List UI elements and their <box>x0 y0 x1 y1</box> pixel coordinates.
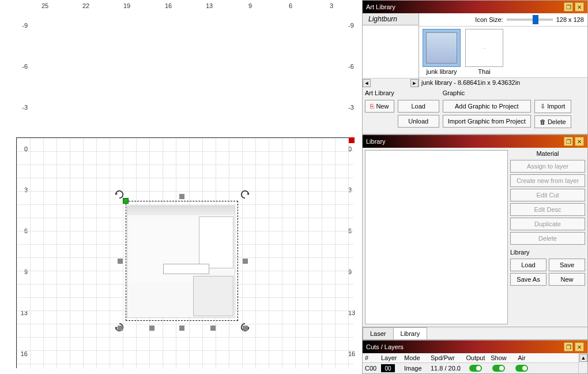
art-library-title: Art Library <box>366 3 562 10</box>
cuts-scrollbar[interactable]: ▲ <box>578 353 587 373</box>
duplicate-button[interactable]: Duplicate <box>510 218 585 230</box>
import-button[interactable]: ⇩ Import <box>534 100 571 113</box>
icon-size-slider[interactable] <box>507 18 553 21</box>
library-section-label: Library <box>510 249 585 256</box>
library-panel: Library ❐ ✕ Material Assign to layer Cre… <box>362 134 588 340</box>
art-library-header[interactable]: Art Library ❐ ✕ <box>363 1 587 13</box>
assign-to-layer-button[interactable]: Assign to layer <box>510 160 585 173</box>
ruler-top: 25221916139630 <box>16 0 357 12</box>
scale-handle-b1[interactable] <box>149 326 154 331</box>
import-graphic-from-project-button[interactable]: Import Graphic from Project <box>443 115 531 128</box>
load-library-button[interactable]: Load <box>510 259 546 271</box>
ruler-tick: 9 <box>248 2 252 9</box>
unload-library-button[interactable]: Unload <box>398 115 439 128</box>
ruler-tick: 16 <box>165 2 172 9</box>
art-library-status: junk library - 8.68641in x 9.43632in <box>419 77 587 87</box>
scale-handle-b2[interactable] <box>210 326 216 331</box>
origin-handle[interactable] <box>123 198 129 204</box>
close-icon[interactable]: ✕ <box>575 2 584 12</box>
saveas-library-button[interactable]: Save As <box>510 273 546 286</box>
art-thumb[interactable]: ～Thai <box>464 29 504 75</box>
new-library-button[interactable]: ⎘ New <box>365 100 394 113</box>
art-library-tree-label[interactable]: Lightburn <box>363 13 419 25</box>
save-library-button[interactable]: Save <box>549 259 585 271</box>
ruler-tick: 19 <box>123 2 130 9</box>
side-panels: Art Library ❐ ✕ Lightburn ◄ ► Icon Size: <box>362 0 588 374</box>
ruler-tick: 6 <box>289 2 292 9</box>
graphic-section-label: Graphic <box>443 89 531 96</box>
cuts-layers-header[interactable]: Cuts / Layers ❐ ✕ <box>363 341 587 353</box>
ruler-tick: -9 <box>14 22 28 29</box>
library-tree[interactable] <box>365 150 508 324</box>
tab-library[interactable]: Library <box>393 327 428 339</box>
undock-icon[interactable]: ❐ <box>564 137 573 146</box>
icon-size-label: Icon Size: <box>475 16 503 23</box>
ruler-tick: -9 <box>348 22 362 29</box>
show-toggle[interactable] <box>492 365 505 372</box>
art-library-thumbnails: junk library～Thai <box>419 27 587 77</box>
art-thumb-image <box>423 29 461 67</box>
art-thumb[interactable]: junk library <box>421 29 462 75</box>
delete-graphic-button[interactable]: 🗑 Delete <box>534 115 571 128</box>
scroll-left-icon[interactable]: ◄ <box>363 79 371 87</box>
ruler-tick: 3 <box>330 2 333 9</box>
art-thumb-label: junk library <box>426 68 457 75</box>
cut-spd-pwr: 11.8 / 20.0 <box>431 365 463 372</box>
undock-icon[interactable]: ❐ <box>564 342 573 351</box>
origin-marker <box>349 137 355 143</box>
close-icon[interactable]: ✕ <box>575 342 584 351</box>
ruler-tick: -3 <box>348 104 362 111</box>
cut-mode: Image <box>404 365 428 372</box>
scale-handle-left[interactable] <box>118 259 123 264</box>
undock-icon[interactable]: ❐ <box>564 2 573 12</box>
cut-index: C00 <box>365 365 379 372</box>
library-title: Library <box>366 138 562 145</box>
edit-desc-button[interactable]: Edit Desc <box>510 203 585 216</box>
ruler-tick: 22 <box>82 2 89 9</box>
load-library-button[interactable]: Load <box>398 100 439 113</box>
canvas-area[interactable]: 25221916139630 -9-6-303691316 -9-6-30369… <box>0 0 362 374</box>
art-library-tree[interactable]: Lightburn ◄ ► <box>363 13 419 87</box>
close-icon[interactable]: ✕ <box>575 137 584 146</box>
ruler-tick: 25 <box>42 2 48 9</box>
icon-size-value: 128 x 128 <box>556 16 584 23</box>
library-header[interactable]: Library ❐ ✕ <box>363 135 587 148</box>
new-library-button[interactable]: New <box>549 273 585 286</box>
cuts-layers-panel: Cuts / Layers ❐ ✕ # Layer Mode Spd/Pwr O… <box>362 340 588 374</box>
scale-handle-right[interactable] <box>243 259 248 264</box>
create-from-layer-button[interactable]: Create new from layer <box>510 174 585 187</box>
ruler-tick: 13 <box>206 2 213 9</box>
placed-graphic[interactable] <box>127 205 235 318</box>
air-toggle[interactable] <box>515 365 528 372</box>
ruler-tick: -6 <box>14 63 28 70</box>
delete-material-button[interactable]: Delete <box>510 232 585 245</box>
scale-handle-bl[interactable] <box>118 326 123 331</box>
edit-cut-button[interactable]: Edit Cut <box>510 189 585 201</box>
output-toggle[interactable] <box>469 365 482 372</box>
scale-handle-bottom[interactable] <box>179 326 184 331</box>
art-thumb-label: Thai <box>478 68 490 75</box>
ruler-tick: -3 <box>14 104 28 111</box>
art-thumb-image: ～ <box>465 29 503 67</box>
scroll-right-icon[interactable]: ► <box>410 79 419 87</box>
layer-swatch[interactable]: 00 <box>381 364 395 372</box>
ruler-left: -9-6-303691316 <box>0 12 16 374</box>
art-library-panel: Art Library ❐ ✕ Lightburn ◄ ► Icon Size: <box>362 0 588 134</box>
cuts-layers-title: Cuts / Layers <box>366 343 562 350</box>
cuts-table-header: # Layer Mode Spd/Pwr Output Show Air <box>363 353 578 363</box>
material-label: Material <box>510 150 585 157</box>
cuts-row[interactable]: C00 00 Image 11.8 / 20.0 <box>363 363 578 373</box>
scroll-up-icon[interactable]: ▲ <box>579 354 587 362</box>
ruler-tick: -6 <box>348 63 362 70</box>
scale-handle-top[interactable] <box>179 194 184 199</box>
rotate-handle-tr[interactable] <box>240 189 250 200</box>
add-graphic-button[interactable]: Add Graphic to Project <box>443 100 531 113</box>
scale-handle-br[interactable] <box>243 326 248 331</box>
tab-laser[interactable]: Laser <box>363 327 394 339</box>
artlib-section-label: Art Library <box>365 89 394 96</box>
